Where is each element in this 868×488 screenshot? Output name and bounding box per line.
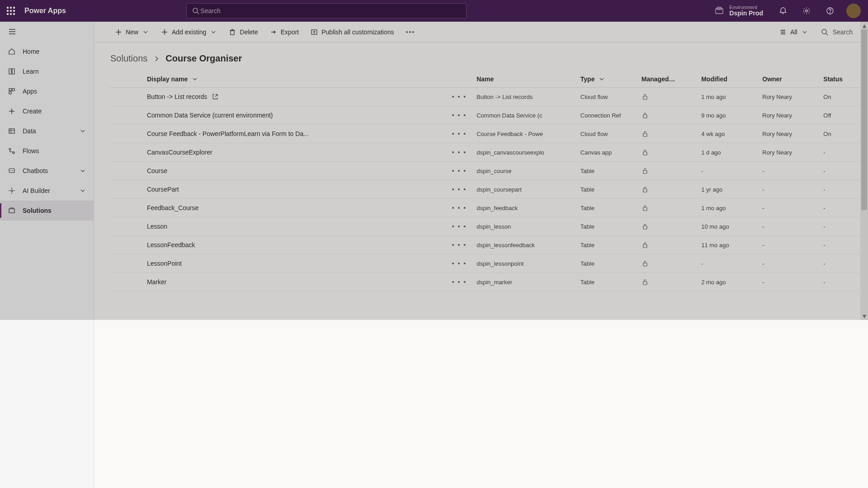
scroll-up-button[interactable]: ▴ xyxy=(860,22,868,29)
table-row[interactable]: Course Feedback - PowerPlatformLearn via… xyxy=(110,125,866,143)
row-display-cell[interactable]: Course• • • xyxy=(143,162,473,180)
row-display-cell[interactable]: Lesson• • • xyxy=(143,217,473,236)
app-launcher-button[interactable] xyxy=(0,0,22,22)
row-select-cell[interactable] xyxy=(110,180,143,199)
row-more-button[interactable]: • • • xyxy=(449,186,469,193)
view-filter-button[interactable]: All xyxy=(775,28,813,36)
table-row[interactable]: Marker• • •dspin_markerTable2 mo ago-- xyxy=(110,273,866,291)
row-more-button[interactable]: • • • xyxy=(449,204,469,211)
row-more-button[interactable]: • • • xyxy=(449,149,469,156)
scroll-down-button[interactable]: ▾ xyxy=(860,312,868,320)
unlock-icon xyxy=(642,93,649,100)
table-row[interactable]: CanvasCourseExplorer• • •dspin_canvascou… xyxy=(110,143,866,162)
row-display-cell[interactable]: LessonFeedback• • • xyxy=(143,236,473,254)
nav-create[interactable]: Create xyxy=(0,101,94,121)
svg-rect-11 xyxy=(12,89,14,91)
new-button[interactable]: New xyxy=(109,22,155,42)
row-display-cell[interactable]: CanvasCourseExplorer• • • xyxy=(143,143,473,162)
row-type-cell: Table xyxy=(577,199,638,217)
table-row[interactable]: LessonFeedback• • •dspin_lessonfeedbackT… xyxy=(110,236,866,254)
svg-rect-38 xyxy=(643,96,647,99)
row-more-button[interactable]: • • • xyxy=(449,93,469,100)
publish-button[interactable]: Publish all customizations xyxy=(305,22,399,42)
row-display-cell[interactable]: Marker• • • xyxy=(143,273,473,291)
account-avatar[interactable] xyxy=(846,4,861,18)
row-select-cell[interactable] xyxy=(110,88,143,106)
row-select-cell[interactable] xyxy=(110,254,143,273)
row-select-cell[interactable] xyxy=(110,236,143,254)
environment-picker[interactable]: Environment Dspin Prod xyxy=(708,5,770,17)
waffle-icon xyxy=(7,7,15,15)
delete-label: Delete xyxy=(240,28,258,36)
svg-line-1 xyxy=(197,12,199,14)
row-more-button[interactable]: • • • xyxy=(449,260,469,267)
add-existing-button[interactable]: Add existing xyxy=(156,22,222,42)
row-more-button[interactable]: • • • xyxy=(449,167,469,174)
more-icon: • • • xyxy=(452,149,467,156)
col-name[interactable]: Name xyxy=(473,71,577,88)
table-row[interactable]: Feedback_Course• • •dspin_feedbackTable1… xyxy=(110,199,866,217)
nav-ai-builder[interactable]: AI Builder xyxy=(0,181,94,201)
apps-icon xyxy=(8,88,15,95)
row-more-button[interactable]: • • • xyxy=(449,223,469,230)
col-owner[interactable]: Owner xyxy=(759,71,820,88)
nav-collapse-button[interactable] xyxy=(0,22,94,42)
nav-flows[interactable]: Flows xyxy=(0,141,94,161)
nav-learn[interactable]: Learn xyxy=(0,61,94,81)
table-row[interactable]: Lesson• • •dspin_lessonTable10 mo ago-- xyxy=(110,217,866,236)
row-select-cell[interactable] xyxy=(110,273,143,291)
settings-button[interactable] xyxy=(796,0,817,22)
row-more-button[interactable]: • • • xyxy=(449,278,469,286)
delete-button[interactable]: Delete xyxy=(223,22,263,42)
nav-data[interactable]: Data xyxy=(0,121,94,141)
nav-apps[interactable]: Apps xyxy=(0,81,94,101)
row-select-cell[interactable] xyxy=(110,106,143,125)
svg-rect-41 xyxy=(643,152,647,155)
row-more-button[interactable]: • • • xyxy=(449,112,469,119)
table-row[interactable]: Button -> List records• • •Button -> Lis… xyxy=(110,88,866,106)
open-external-icon[interactable] xyxy=(212,93,219,100)
nav-home[interactable]: Home xyxy=(0,42,94,61)
row-display-cell[interactable]: Course Feedback - PowerPlatformLearn via… xyxy=(143,125,473,143)
nav-label: Data xyxy=(23,127,36,135)
row-select-cell[interactable] xyxy=(110,125,143,143)
row-display-cell[interactable]: Button -> List records• • • xyxy=(143,88,473,106)
col-status[interactable]: Status xyxy=(820,71,866,88)
nav-solutions[interactable]: Solutions xyxy=(0,201,94,221)
global-search-input[interactable] xyxy=(199,7,461,15)
table-row[interactable]: CoursePart• • •dspin_coursepartTable1 yr… xyxy=(110,180,866,199)
notifications-button[interactable] xyxy=(772,0,794,22)
row-display-cell[interactable]: Common Data Service (current environment… xyxy=(143,106,473,125)
row-select-cell[interactable] xyxy=(110,162,143,180)
breadcrumb-root[interactable]: Solutions xyxy=(110,53,147,64)
col-type[interactable]: Type xyxy=(577,71,638,88)
table-row[interactable]: Course• • •dspin_courseTable--- xyxy=(110,162,866,180)
scroll-thumb[interactable] xyxy=(861,29,867,210)
table-row[interactable]: LessonPoint• • •dspin_lessonpointTable--… xyxy=(110,254,866,273)
row-display-cell[interactable]: CoursePart• • • xyxy=(143,180,473,199)
svg-rect-44 xyxy=(643,207,647,211)
row-select-cell[interactable] xyxy=(110,217,143,236)
export-button[interactable]: Export xyxy=(264,22,304,42)
col-select[interactable] xyxy=(110,71,143,88)
vertical-scrollbar[interactable]: ▴ ▾ xyxy=(860,22,868,320)
col-display-name[interactable]: Display name xyxy=(143,71,473,88)
col-modified[interactable]: Modified xyxy=(698,71,759,88)
list-search-button[interactable]: Search xyxy=(816,28,857,36)
row-select-cell[interactable] xyxy=(110,199,143,217)
row-more-button[interactable]: • • • xyxy=(449,241,469,249)
global-search[interactable] xyxy=(186,3,467,19)
row-select-cell[interactable] xyxy=(110,143,143,162)
svg-rect-45 xyxy=(643,226,647,229)
row-status-cell: - xyxy=(820,273,866,291)
nav-chatbots[interactable]: Chatbots xyxy=(0,161,94,181)
row-display-cell[interactable]: Feedback_Course• • • xyxy=(143,199,473,217)
row-more-button[interactable]: • • • xyxy=(449,130,469,137)
overflow-button[interactable]: ••• xyxy=(401,22,421,42)
row-owner-cell: Rory Neary xyxy=(759,106,820,125)
row-display-cell[interactable]: LessonPoint• • • xyxy=(143,254,473,273)
row-display-label: Feedback_Course xyxy=(147,204,198,211)
col-managed[interactable]: Managed… xyxy=(638,71,698,88)
table-row[interactable]: Common Data Service (current environment… xyxy=(110,106,866,125)
help-button[interactable] xyxy=(819,0,841,22)
